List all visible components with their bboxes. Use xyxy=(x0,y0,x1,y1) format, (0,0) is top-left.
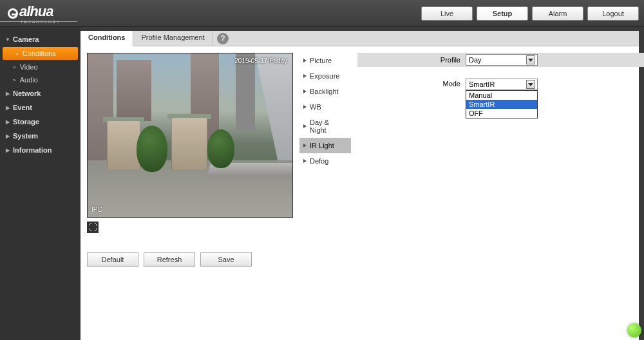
nav-information[interactable]: ▶Information xyxy=(0,143,80,157)
brand-name: alhua xyxy=(19,3,61,20)
menu-irlight[interactable]: IR Light xyxy=(299,138,351,153)
save-button[interactable]: Save xyxy=(200,252,252,267)
chevron-right-icon: > xyxy=(13,77,16,83)
menu-exposure[interactable]: Exposure xyxy=(299,68,351,84)
triangle-icon xyxy=(303,159,307,163)
triangle-icon xyxy=(303,144,307,147)
tabs: Conditions Profile Management ? xyxy=(80,31,639,46)
menu-daynight[interactable]: Day & Night xyxy=(299,115,351,138)
chevron-right-icon: ▶ xyxy=(5,91,10,97)
setup-button[interactable]: Setup xyxy=(477,6,528,21)
mode-select[interactable]: SmartIR xyxy=(466,79,538,90)
triangle-icon xyxy=(303,74,307,78)
nav-event[interactable]: ▶Event xyxy=(0,100,80,115)
profile-row: Profile Day xyxy=(357,53,644,67)
preview-label: IPC xyxy=(91,206,102,213)
nav-system[interactable]: ▶System xyxy=(0,129,80,143)
nav-video[interactable]: >Video xyxy=(0,61,80,73)
chevron-down-icon xyxy=(526,55,535,64)
brand-logo: alhua TECHNOLOGY xyxy=(8,3,61,24)
chevron-right-icon: ▶ xyxy=(5,119,10,125)
settings-pane: Profile Day Mode SmartIR Manual xyxy=(357,53,632,267)
profile-select[interactable]: Day xyxy=(466,54,538,66)
triangle-icon xyxy=(303,105,307,109)
triangle-icon xyxy=(303,90,307,93)
top-bar: alhua TECHNOLOGY Live Setup Alarm Logout xyxy=(0,0,644,27)
tab-conditions[interactable]: Conditions xyxy=(80,31,133,46)
tab-profile-management[interactable]: Profile Management xyxy=(133,31,213,46)
main-panel: Conditions Profile Management ? 2019-05-… xyxy=(80,31,639,340)
chevron-down-icon: ▼ xyxy=(5,37,10,42)
preview-timestamp: 2019-05-17 Friday xyxy=(234,57,287,64)
nav-storage[interactable]: ▶Storage xyxy=(0,115,80,129)
logo-icon xyxy=(8,8,18,19)
top-nav-buttons: Live Setup Alarm Logout xyxy=(421,6,639,21)
alarm-button[interactable]: Alarm xyxy=(532,6,583,21)
video-preview: 2019-05-17 Friday IPC xyxy=(87,53,293,218)
content-area: 2019-05-17 Friday IPC ⛶ Default Refresh … xyxy=(80,46,639,273)
menu-picture[interactable]: Picture xyxy=(299,53,351,68)
mode-option-smartir[interactable]: SmartIR xyxy=(466,100,537,109)
triangle-icon xyxy=(303,124,307,128)
logout-button[interactable]: Logout xyxy=(587,6,639,21)
sidebar: ▼Camera >Conditions >Video >Audio ▶Netwo… xyxy=(0,27,80,340)
mode-dropdown: SmartIR Manual SmartIR OFF xyxy=(466,79,538,90)
profile-label: Profile xyxy=(435,56,460,64)
chevron-down-icon xyxy=(526,80,535,89)
fullscreen-icon[interactable]: ⛶ xyxy=(87,222,99,233)
mode-options: Manual SmartIR OFF xyxy=(466,90,538,118)
nav-camera[interactable]: ▼Camera xyxy=(0,32,80,46)
refresh-button[interactable]: Refresh xyxy=(144,252,195,267)
nav-conditions[interactable]: >Conditions xyxy=(3,47,78,60)
chevron-right-icon: > xyxy=(15,51,19,57)
mode-option-manual[interactable]: Manual xyxy=(466,91,537,100)
mode-label: Mode xyxy=(435,79,460,88)
mode-value: SmartIR xyxy=(469,80,495,88)
preview-controls: Default Refresh Save xyxy=(87,252,293,267)
mode-option-off[interactable]: OFF xyxy=(466,109,537,118)
menu-defog[interactable]: Defog xyxy=(299,153,351,169)
help-icon[interactable]: ? xyxy=(217,33,229,44)
preview-area: 2019-05-17 Friday IPC ⛶ Default Refresh … xyxy=(87,53,293,267)
nav-audio[interactable]: >Audio xyxy=(0,73,80,86)
chevron-right-icon: ▶ xyxy=(5,105,10,111)
live-button[interactable]: Live xyxy=(421,6,473,21)
header-underline xyxy=(0,21,77,22)
settings-menu: Picture Exposure Backlight WB Day & Nigh… xyxy=(299,53,351,267)
default-button[interactable]: Default xyxy=(87,252,138,267)
nav-network[interactable]: ▶Network xyxy=(0,86,80,100)
menu-wb[interactable]: WB xyxy=(299,99,351,115)
status-badge-icon[interactable] xyxy=(627,323,641,337)
mode-row: Mode SmartIR Manual SmartIR OFF xyxy=(435,79,538,90)
chevron-right-icon: ▶ xyxy=(5,147,10,153)
chevron-right-icon: > xyxy=(13,64,16,70)
menu-backlight[interactable]: Backlight xyxy=(299,84,351,99)
profile-value: Day xyxy=(469,56,482,64)
chevron-right-icon: ▶ xyxy=(5,133,10,139)
triangle-icon xyxy=(303,59,307,62)
main-container: ▼Camera >Conditions >Video >Audio ▶Netwo… xyxy=(0,27,644,340)
